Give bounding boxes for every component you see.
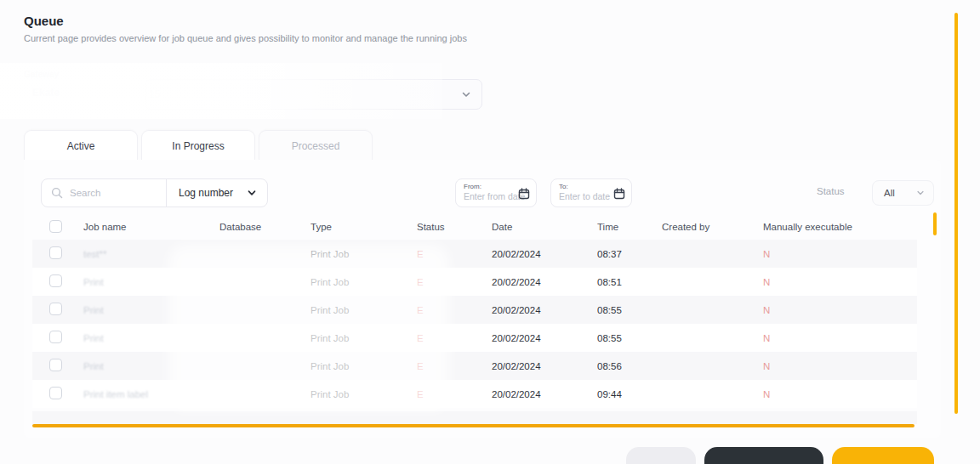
tab-in-progress-label: In Progress — [172, 140, 224, 152]
cell-type: Print Job — [302, 361, 408, 371]
cell-time: 08:56 — [589, 361, 653, 371]
column-header-job_name: Job name — [75, 222, 211, 232]
page-title: Queue — [24, 14, 64, 28]
cell-type: Print Job — [302, 249, 408, 259]
cell-manually_executable: N — [755, 361, 917, 371]
cell-status: E — [408, 333, 483, 343]
chevron-down-icon[interactable] — [247, 188, 257, 198]
cell-job_name: Print — [75, 305, 211, 315]
row-checkbox[interactable] — [49, 387, 62, 399]
table-row: PrintPrint JobE20/02/202408:51N — [32, 268, 917, 296]
cell-time: 08:37 — [589, 249, 653, 259]
cell-date: 20/02/2024 — [483, 389, 589, 399]
row-checkbox[interactable] — [49, 331, 62, 343]
primary-action-button[interactable] — [832, 447, 934, 464]
cell-status: E — [408, 305, 483, 315]
column-header-database: Database — [211, 222, 302, 232]
to-date-field[interactable]: To: Enter to date — [550, 178, 632, 207]
table-row: test**Print JobE20/02/202408:37N — [32, 240, 917, 268]
search-category-select[interactable]: Log number — [179, 187, 233, 199]
partial-row-strip — [32, 411, 917, 424]
cell-status: E — [408, 249, 483, 259]
table-row: PrintPrint JobE20/02/202408:55N — [32, 324, 917, 352]
status-filter-label: Status — [817, 186, 845, 196]
column-header-manually_executable: Manually executable — [755, 222, 917, 232]
cell-manually_executable: N — [755, 333, 917, 343]
cell-manually_executable: N — [755, 389, 917, 399]
cell-manually_executable: N — [755, 305, 917, 315]
table-row: PrintPrint JobE20/02/202408:55N — [32, 296, 917, 324]
gateway-dropdown[interactable]: 15 — [145, 79, 482, 110]
chevron-down-icon — [916, 189, 925, 197]
select-all-checkbox[interactable] — [49, 220, 62, 233]
cell-date: 20/02/2024 — [483, 305, 589, 315]
gateway-filter-section: Gateway Ekate 15 — [0, 68, 510, 119]
column-header-type: Type — [302, 222, 408, 232]
tab-active-label: Active — [67, 140, 95, 152]
cell-time: 09:44 — [589, 389, 653, 399]
cell-type: Print Job — [302, 305, 408, 315]
cell-type: Print Job — [302, 389, 408, 399]
cell-time: 08:55 — [589, 333, 653, 343]
cell-type: Print Job — [302, 333, 408, 343]
cell-time: 08:55 — [589, 305, 653, 315]
horizontal-scrollbar[interactable] — [32, 424, 914, 427]
from-date-field[interactable]: From: Enter from date — [455, 178, 537, 207]
table-row: PrintPrint JobE20/02/202408:56N — [32, 352, 917, 380]
jobs-table: Job nameDatabaseTypeStatusDateTimeCreate… — [32, 214, 917, 408]
cell-job_name: Print item label — [75, 389, 211, 399]
cell-date: 20/02/2024 — [483, 277, 589, 287]
gateway-secondary-value: 15 — [149, 88, 160, 100]
cell-type: Print Job — [302, 277, 408, 287]
queue-panel: Search Log number From: Enter from date … — [24, 160, 941, 438]
page-vertical-scrollbar[interactable] — [954, 13, 958, 414]
calendar-icon[interactable] — [518, 188, 530, 200]
row-checkbox[interactable] — [49, 246, 62, 259]
cell-status: E — [408, 389, 483, 399]
row-checkbox[interactable] — [49, 359, 62, 371]
cell-status: E — [408, 361, 483, 371]
gateway-value: Ekate — [32, 87, 60, 99]
cell-date: 20/02/2024 — [483, 249, 589, 259]
row-checkbox[interactable] — [49, 274, 62, 287]
tab-in-progress[interactable]: In Progress — [141, 130, 255, 161]
column-header-date: Date — [483, 222, 589, 232]
column-header-created_by: Created by — [653, 222, 755, 232]
tab-active[interactable]: Active — [24, 130, 138, 161]
status-filter-select[interactable]: All — [872, 180, 934, 206]
status-filter-value: All — [884, 188, 916, 198]
cell-time: 08:51 — [589, 277, 653, 287]
table-row: Print item labelPrint JobE20/02/202409:4… — [32, 380, 917, 408]
cell-job_name: Print — [75, 333, 211, 343]
search-input[interactable]: Search — [70, 188, 166, 198]
cell-job_name: Print — [75, 361, 211, 371]
search-icon — [51, 187, 63, 199]
cell-manually_executable: N — [755, 277, 917, 287]
column-header-status: Status — [408, 222, 483, 232]
table-header-row: Job nameDatabaseTypeStatusDateTimeCreate… — [32, 214, 917, 240]
tab-processed[interactable]: Processed — [259, 130, 373, 161]
cell-job_name: test** — [75, 249, 211, 259]
secondary-action-button[interactable] — [626, 447, 696, 464]
cell-job_name: Print — [75, 277, 211, 287]
table-body: test**Print JobE20/02/202408:37NPrintPri… — [32, 240, 917, 408]
column-header-time: Time — [589, 222, 653, 232]
dark-action-button[interactable] — [704, 447, 823, 464]
calendar-icon[interactable] — [613, 188, 625, 200]
row-checkbox[interactable] — [49, 303, 62, 315]
search-box[interactable]: Search Log number — [41, 178, 268, 207]
page-subtitle: Current page provides overview for job q… — [24, 33, 467, 43]
table-vertical-scrollbar-thumb[interactable] — [933, 212, 937, 235]
gateway-label: Gateway — [24, 70, 59, 79]
cell-status: E — [408, 277, 483, 287]
divider — [166, 178, 167, 207]
cell-manually_executable: N — [755, 249, 917, 259]
cell-date: 20/02/2024 — [483, 361, 589, 371]
cell-date: 20/02/2024 — [483, 333, 589, 343]
tab-processed-label: Processed — [292, 140, 340, 152]
chevron-down-icon — [461, 89, 471, 99]
